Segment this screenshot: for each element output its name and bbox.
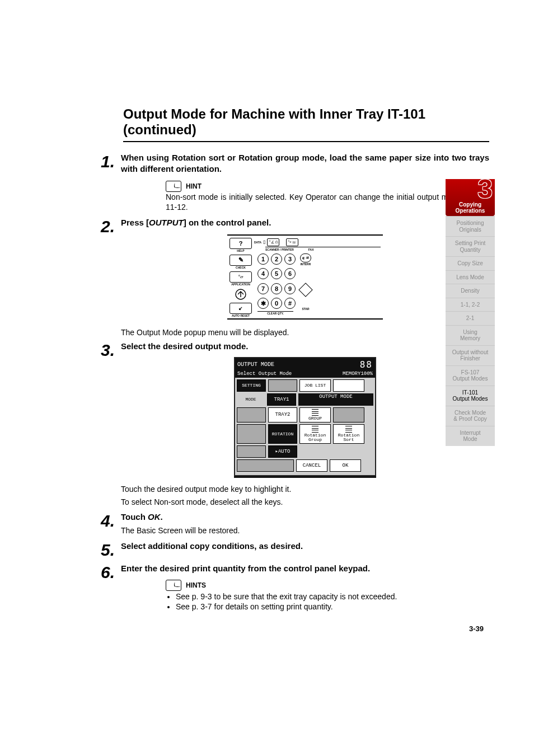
- key-0: 0: [271, 298, 282, 309]
- step-number: 3.: [101, 341, 121, 359]
- page-number: 3-39: [469, 624, 484, 633]
- key-2: 2: [271, 253, 282, 265]
- check-button: ✎: [229, 255, 252, 266]
- step-6: 6. Enter the desired print quantity from…: [101, 563, 489, 612]
- step-3: 3. Select the desired output mode. OUTPU…: [101, 341, 489, 480]
- rotation-sort-button: Rotation Sort: [333, 424, 364, 444]
- setting-tab: SETTING: [237, 379, 266, 392]
- step-heading: Press [OUTPUT] on the control panel.: [121, 217, 489, 228]
- output-mode-header: OUTPUT MODE: [298, 393, 373, 406]
- fax-icon: °⁍☏: [286, 238, 298, 246]
- step-heading: When using Rotation sort or Rotation gro…: [121, 152, 489, 175]
- auto-button: ▸ AUTO: [268, 445, 297, 458]
- tray1-button: TRAY1: [267, 393, 296, 406]
- sort-slot-2: [237, 424, 266, 444]
- control-panel-diagram: ? HELP ✎ CHECK °▱ APPLICATION: [227, 234, 383, 320]
- step-heading: Enter the desired print quantity from th…: [121, 563, 489, 574]
- page-title: Output Mode for Machine with Inner Tray …: [123, 106, 489, 142]
- application-label: APPLICATION: [229, 283, 252, 286]
- step-number: 2.: [101, 217, 121, 235]
- empty-slot: [333, 407, 364, 422]
- key-hash: #: [284, 298, 296, 309]
- group-button: GROUP: [299, 407, 331, 422]
- step-2: 2. Press [OUTPUT] on the control panel. …: [101, 217, 489, 323]
- chapter-tab-item[interactable]: Check Mode& Proof Copy: [446, 406, 495, 426]
- auto-reset-button: ↙: [229, 303, 252, 314]
- hint-item: See p. 9-3 to be sure that the exit tray…: [176, 592, 489, 601]
- stop-icon: [298, 283, 312, 297]
- page: Output Mode for Machine with Inner Tray …: [0, 0, 534, 756]
- rotation-group-button: Rotation Group: [299, 424, 331, 444]
- chapter-tab-item[interactable]: IT-101Output Modes: [446, 386, 495, 406]
- interrupt-label: INTERR: [300, 262, 311, 266]
- hints-list: See p. 9-3 to be sure that the exit tray…: [166, 592, 489, 611]
- data-label: DATA: [254, 241, 261, 244]
- output-icon: [233, 288, 248, 300]
- step-heading: Select additional copy conditions, as de…: [121, 541, 489, 552]
- hint-text: Non-sort mode is initially selected. Key…: [166, 192, 489, 213]
- chapter-header: 3 Copying Operations: [446, 179, 495, 216]
- chapter-tab-item[interactable]: Copy Size: [446, 256, 495, 270]
- chapter-tab-item[interactable]: FS-107Output Modes: [446, 365, 495, 386]
- step-heading: Select the desired output mode.: [121, 341, 489, 352]
- key-8: 8: [271, 283, 282, 294]
- start-label: STAR: [302, 307, 309, 311]
- stack-icon: [312, 426, 318, 433]
- sort-slot-3: [237, 445, 266, 458]
- step-1: 1. When using Rotation sort or Rotation …: [101, 152, 489, 213]
- stack-icon: [345, 426, 352, 433]
- key-1: 1: [257, 253, 269, 265]
- screen-memory: MEMORY100%: [343, 371, 373, 377]
- key-star: ✱: [257, 298, 269, 309]
- chapter-tab-item[interactable]: PositioningOriginals: [446, 216, 495, 236]
- hints-label: HINTS: [186, 581, 206, 589]
- sort-slot-1: [237, 407, 266, 422]
- hint-label: HINT: [186, 182, 202, 190]
- chapter-tab-item[interactable]: Lens Mode: [446, 270, 495, 284]
- joblist-button: JOB LIST: [299, 379, 331, 392]
- interrupt-icon: ◐ ⇄: [300, 253, 311, 262]
- scanner-label: SCANNER / PRINTER: [265, 248, 294, 251]
- key-6: 6: [284, 268, 296, 279]
- key-9: 9: [284, 283, 296, 294]
- mode-label: MODE: [237, 393, 265, 406]
- step-4: 4. Touch OK. The Basic Screen will be re…: [101, 511, 489, 536]
- chapter-tab: 3 Copying Operations PositioningOriginal…: [446, 179, 495, 446]
- key-7: 7: [257, 283, 269, 294]
- step-number: 5.: [101, 541, 121, 558]
- chapter-tab-item[interactable]: Density: [446, 284, 495, 298]
- step-4-result: The Basic Screen will be restored.: [121, 525, 489, 536]
- search-button: [333, 379, 364, 392]
- screen-title: OUTPUT MODE: [237, 361, 274, 368]
- help-label: HELP: [229, 250, 252, 252]
- tray2-button: TRAY2: [268, 407, 297, 422]
- chapter-tab-item[interactable]: Output withoutFinisher: [446, 345, 495, 365]
- check-label: CHECK: [229, 266, 252, 269]
- panel-mid-column: DATA ▯ °∠ ⎙ °⁍☏ SCANNER / PRINTER FAX: [254, 238, 381, 317]
- data-led-icon: ▯: [263, 240, 265, 245]
- chapter-tab-item[interactable]: UsingMemory: [446, 325, 495, 345]
- step-heading: Touch OK.: [121, 511, 489, 523]
- step-number: 4.: [101, 511, 121, 529]
- panel-left-column: ? HELP ✎ CHECK °▱ APPLICATION: [229, 238, 252, 317]
- clear-qty-label: CLEAR QTY.: [257, 311, 293, 315]
- chapter-title-l2: Operations: [447, 208, 494, 214]
- screen-counter: 88: [360, 359, 373, 370]
- chapter-tab-item[interactable]: InterruptMode: [446, 426, 495, 446]
- key-5: 5: [271, 268, 282, 279]
- chapter-tab-item[interactable]: Setting PrintQuantity: [446, 236, 495, 256]
- key-3: 3: [284, 253, 296, 265]
- hint-icon: [166, 580, 181, 591]
- keypad: 1 2 3 4 5 6 7 8 9 ✱ 0 #: [257, 253, 296, 311]
- chapter-tab-item[interactable]: 1-1, 2-2: [446, 298, 495, 312]
- blank-tab: [268, 379, 297, 392]
- output-mode-screen: OUTPUT MODE 88 Select Output Mode MEMORY…: [234, 357, 376, 476]
- step-number: 1.: [101, 152, 121, 170]
- panel-right-column: ◐ ⇄ INTERR STAR: [300, 251, 311, 311]
- hint-icon: [166, 181, 181, 192]
- chapter-tab-item[interactable]: 2-1: [446, 311, 495, 325]
- chapter-tabs: PositioningOriginalsSetting PrintQuantit…: [446, 216, 495, 446]
- key-4: 4: [257, 268, 269, 279]
- scanner-icon: °∠ ⎙: [267, 238, 279, 246]
- step-number: 6.: [101, 563, 121, 581]
